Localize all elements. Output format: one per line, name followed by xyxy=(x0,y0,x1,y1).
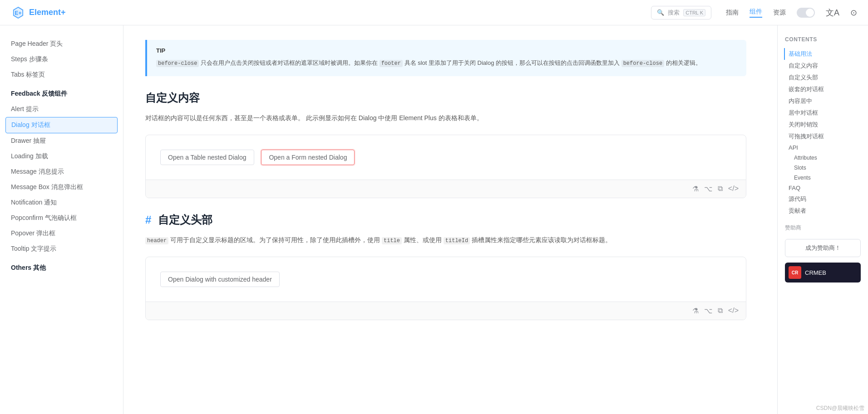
toc-item-faq[interactable]: FAQ xyxy=(785,183,861,193)
toc-item-close-destroy[interactable]: 关闭时销毁 xyxy=(785,119,861,131)
search-label: 搜索 xyxy=(668,9,680,17)
github-link-icon-2[interactable]: ⌥ xyxy=(704,307,712,315)
main-content: TIP before-close 只会在用户点击关闭按钮或者对话框的遮罩区域时被… xyxy=(123,25,768,414)
toc-sponsor-btn[interactable]: 成为赞助商！ xyxy=(785,239,861,257)
sidebar-item-drawer[interactable]: Drawer 抽屉 xyxy=(0,133,123,149)
demo-content-1: Open a Table nested Dialog Open a Form n… xyxy=(146,135,746,180)
demo-box-custom-content: Open a Table nested Dialog Open a Form n… xyxy=(145,135,746,198)
toc-sponsor-logo[interactable]: CR CRMEB xyxy=(785,263,861,282)
header-code: header xyxy=(145,237,168,244)
tip-code-2: before-close xyxy=(621,60,664,67)
toc-item-source[interactable]: 源代码 xyxy=(785,193,861,205)
flask-icon-2[interactable]: ⚗ xyxy=(692,307,699,315)
logo-text: Element+ xyxy=(29,8,66,17)
tip-text: before-close 只会在用户点击关闭按钮或者对话框的遮罩区域时被调用。如… xyxy=(156,58,737,69)
toc-item-api[interactable]: API xyxy=(785,142,861,153)
top-nav: E+ Element+ 🔍 搜索 CTRL K 指南 组件 资源 文A ⊙ xyxy=(0,0,868,25)
sidebar-item-message[interactable]: Message 消息提示 xyxy=(0,164,123,180)
section-custom-content-desc: 对话框的内容可以是任何东西，甚至是一个表格或表单。 此示例显示如何在 Dialo… xyxy=(145,112,746,124)
search-shortcut: CTRL K xyxy=(683,9,705,16)
code-icon-2[interactable]: </> xyxy=(728,307,739,315)
sidebar-item-tabs[interactable]: Tabs 标签页 xyxy=(0,67,123,83)
sidebar-section-feedback-title: Feedback 反馈组件 xyxy=(0,83,123,102)
tip-code-footer: footer xyxy=(380,60,403,67)
sidebar-item-messagebox[interactable]: Message Box 消息弹出框 xyxy=(0,180,123,195)
github-icon[interactable]: ⊙ xyxy=(850,8,857,18)
toc-item-attributes[interactable]: Attributes xyxy=(785,153,861,163)
code-icon[interactable]: </> xyxy=(728,185,739,193)
hash-symbol: # xyxy=(145,214,151,226)
titleid-code: titleId xyxy=(444,237,470,244)
demo-content-2: Open Dialog with customized header xyxy=(146,257,746,302)
sidebar-item-notification[interactable]: Notification 通知 xyxy=(0,195,123,210)
toc-item-custom-content[interactable]: 自定义内容 xyxy=(785,60,861,72)
nav-component[interactable]: 组件 xyxy=(750,8,762,18)
tip-label: TIP xyxy=(156,47,737,54)
sidebar-section-nav: Page Header 页头 Steps 步骤条 Tabs 标签页 xyxy=(0,36,123,83)
tip-text-3: 的相关逻辑。 xyxy=(666,59,701,66)
sidebar-item-page-header[interactable]: Page Header 页头 xyxy=(0,36,123,52)
nav-resource[interactable]: 资源 xyxy=(773,9,786,17)
translate-icon[interactable]: 文A xyxy=(826,7,839,18)
title-code: title xyxy=(382,237,402,244)
sidebar-item-alert[interactable]: Alert 提示 xyxy=(0,102,123,117)
svg-text:E+: E+ xyxy=(15,10,21,16)
toc-item-contributors[interactable]: 贡献者 xyxy=(785,205,861,217)
sidebar-item-dialog[interactable]: Dialog 对话框 xyxy=(5,117,118,133)
copy-icon-2[interactable]: ⧉ xyxy=(718,307,723,315)
nav-guide[interactable]: 指南 xyxy=(726,9,739,17)
search-box[interactable]: 🔍 搜索 CTRL K xyxy=(651,6,711,19)
section-custom-header-desc: header 可用于自定义显示标题的区域。为了保持可用性，除了使用此插槽外，使用… xyxy=(145,234,746,246)
toc-item-slots[interactable]: Slots xyxy=(785,163,861,173)
sidebar-section-feedback: Alert 提示 Dialog 对话框 Drawer 抽屉 Loading 加载… xyxy=(0,102,123,257)
logo[interactable]: E+ Element+ xyxy=(11,5,66,20)
toc-sponsor-logo-text: CRMEB xyxy=(805,269,826,276)
open-customized-header-dialog-button[interactable]: Open Dialog with customized header xyxy=(160,272,280,287)
nav-links: 指南 组件 资源 文A ⊙ xyxy=(726,7,857,18)
section-custom-header-heading: # 自定义头部 xyxy=(145,213,746,227)
flask-icon[interactable]: ⚗ xyxy=(692,185,699,193)
sidebar-section-others-title: Others 其他 xyxy=(0,257,123,276)
section-custom-content-heading: 自定义内容 xyxy=(145,91,746,105)
tip-text-1: 只会在用户点击关闭按钮或者对话框的遮罩区域时被调用。如果你在 xyxy=(201,59,380,66)
toc-item-center-content[interactable]: 内容居中 xyxy=(785,95,861,107)
open-table-dialog-button[interactable]: Open a Table nested Dialog xyxy=(160,150,254,165)
search-icon: 🔍 xyxy=(657,9,664,16)
demo-toolbar-2: ⚗ ⌥ ⧉ </> xyxy=(146,302,746,320)
demo-toolbar-1: ⚗ ⌥ ⧉ </> xyxy=(146,180,746,198)
theme-switch[interactable] xyxy=(797,8,815,18)
toc-title: CONTENTS xyxy=(785,36,861,43)
toc-sponsor-label: 赞助商 xyxy=(785,224,861,232)
sidebar-item-tooltip[interactable]: Tooltip 文字提示 xyxy=(0,241,123,257)
github-link-icon[interactable]: ⌥ xyxy=(704,185,712,193)
open-form-dialog-button[interactable]: Open a Form nested Dialog xyxy=(261,150,355,165)
sidebar-item-steps[interactable]: Steps 步骤条 xyxy=(0,52,123,67)
toc: CONTENTS 基础用法 自定义内容 自定义头部 嵌套的对话框 内容居中 居中… xyxy=(777,25,868,414)
sidebar: Page Header 页头 Steps 步骤条 Tabs 标签页 Feedba… xyxy=(0,25,123,414)
demo-box-custom-header: Open Dialog with customized header ⚗ ⌥ ⧉… xyxy=(145,257,746,320)
toc-item-nested[interactable]: 嵌套的对话框 xyxy=(785,83,861,95)
tip-code-1: before-close xyxy=(156,60,199,67)
sidebar-item-popconfirm[interactable]: Popconfirm 气泡确认框 xyxy=(0,210,123,226)
watermark: CSDN@晨曦映松雪 xyxy=(813,403,868,414)
toc-item-events[interactable]: Events xyxy=(785,173,861,183)
sidebar-item-popover[interactable]: Popover 弹出框 xyxy=(0,226,123,241)
toc-item-basic[interactable]: 基础用法 xyxy=(784,48,861,60)
tip-box: TIP before-close 只会在用户点击关闭按钮或者对话框的遮罩区域时被… xyxy=(145,40,746,76)
tip-text-2: 具名 slot 里添加了用于关闭 Dialog 的按钮，那么可以在按钮的点击回调… xyxy=(404,59,621,66)
layout: Page Header 页头 Steps 步骤条 Tabs 标签页 Feedba… xyxy=(0,25,868,414)
section-custom-header-text: 自定义头部 xyxy=(158,214,212,226)
sidebar-item-loading[interactable]: Loading 加载 xyxy=(0,149,123,164)
copy-icon[interactable]: ⧉ xyxy=(718,185,723,193)
logo-icon: E+ xyxy=(11,5,25,20)
toc-item-draggable[interactable]: 可拖拽对话框 xyxy=(785,131,861,142)
toc-item-custom-header[interactable]: 自定义头部 xyxy=(785,72,861,83)
toc-item-center-dialog[interactable]: 居中对话框 xyxy=(785,107,861,119)
crmeb-logo-icon: CR xyxy=(789,266,801,279)
